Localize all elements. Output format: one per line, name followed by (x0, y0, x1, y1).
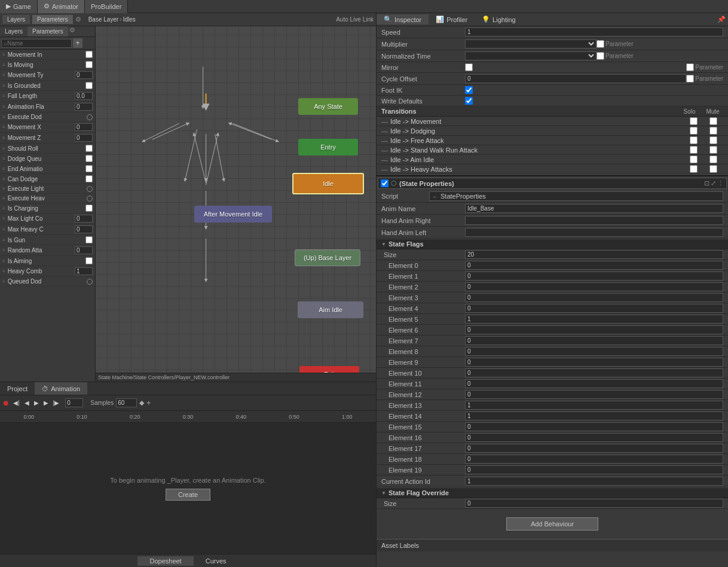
param-drag-handle-6[interactable]: ≡ (2, 114, 5, 120)
tab-game[interactable]: ▶ Game (0, 0, 38, 13)
element-input-5[interactable] (465, 315, 723, 324)
transition-row-4[interactable]: —Idle -> Aim Idle (377, 155, 728, 164)
tab-lighting[interactable]: 💡 Lighting (475, 14, 523, 25)
param-checkbox-10[interactable] (85, 155, 93, 162)
element-input-8[interactable] (465, 347, 723, 356)
param-drag-handle-1[interactable]: ≡ (2, 62, 5, 68)
param-drag-handle-19[interactable]: ≡ (2, 248, 5, 253)
param-trigger-22[interactable] (87, 279, 93, 285)
transition-solo-1[interactable] (690, 127, 698, 135)
tab-layers-side[interactable]: Layers (0, 26, 27, 36)
element-input-13[interactable] (465, 401, 723, 410)
param-checkbox-1[interactable] (85, 61, 93, 68)
state-flag-override-size-input[interactable] (465, 499, 723, 508)
param-drag-handle-4[interactable]: ≡ (2, 93, 5, 99)
transition-solo-0[interactable] (690, 117, 698, 125)
param-input-19[interactable] (75, 246, 93, 254)
transition-mute-2[interactable] (709, 136, 717, 144)
node-up-base[interactable]: (Up) Base Layer (295, 249, 360, 266)
param-drag-handle-3[interactable]: ≡ (2, 83, 5, 89)
param-checkbox-9[interactable] (85, 145, 93, 152)
param-drag-handle-9[interactable]: ≡ (2, 146, 5, 151)
param-input-7[interactable] (75, 123, 93, 131)
transition-row-2[interactable]: —Idle -> Free Attack (377, 136, 728, 145)
write-defaults-checkbox[interactable] (465, 97, 473, 105)
add-param-button[interactable]: + (73, 38, 82, 48)
element-input-11[interactable] (465, 379, 723, 388)
state-flags-header[interactable]: ▼ State Flags (377, 239, 728, 249)
param-drag-handle-17[interactable]: ≡ (2, 227, 5, 232)
param-input-4[interactable] (75, 92, 93, 100)
cycle-offset-input[interactable] (465, 74, 686, 83)
tab-parameters-side[interactable]: Parameters (27, 26, 68, 36)
param-drag-handle-0[interactable]: ≡ (2, 52, 5, 57)
tab-inspector[interactable]: 🔍 Inspector (377, 14, 429, 25)
state-flags-size-input[interactable] (465, 250, 723, 259)
mirror-param-checkbox[interactable] (686, 63, 694, 71)
param-drag-handle-20[interactable]: ≡ (2, 258, 5, 264)
param-drag-handle-11[interactable]: ≡ (2, 166, 5, 172)
element-input-1[interactable] (465, 272, 723, 281)
settings-side-icon[interactable]: ⚙ (69, 26, 75, 36)
diamond-icon[interactable]: ◆ (139, 399, 144, 407)
param-drag-handle-7[interactable]: ≡ (2, 124, 5, 130)
param-drag-handle-13[interactable]: ≡ (2, 186, 5, 191)
param-input-21[interactable] (75, 267, 93, 275)
param-drag-handle-14[interactable]: ≡ (2, 196, 5, 201)
pin-icon[interactable]: 📌 (717, 16, 726, 23)
param-drag-handle-16[interactable]: ≡ (2, 216, 5, 221)
tab-layers[interactable]: Layers (2, 15, 30, 24)
hand-anim-right-input[interactable] (465, 216, 723, 225)
element-input-14[interactable] (465, 411, 723, 420)
tab-animator[interactable]: ⚙ Animator (38, 0, 85, 13)
expand-icon[interactable]: ⤢ (711, 179, 716, 187)
element-input-17[interactable] (465, 444, 723, 453)
prev-keyframe-button[interactable]: ◀| (12, 400, 21, 406)
node-entry[interactable]: Entry (298, 139, 358, 156)
param-checkbox-18[interactable] (85, 236, 93, 243)
param-checkbox-0[interactable] (85, 51, 93, 58)
element-input-16[interactable] (465, 433, 723, 442)
param-checkbox-3[interactable] (85, 82, 93, 89)
speed-input[interactable] (465, 28, 723, 36)
copy-component-icon[interactable]: ⊡ (704, 179, 709, 187)
param-checkbox-15[interactable] (85, 205, 93, 212)
next-keyframe-button[interactable]: |▶ (52, 400, 61, 406)
transition-mute-4[interactable] (709, 156, 717, 163)
param-input-8[interactable] (75, 134, 93, 142)
param-trigger-14[interactable] (87, 196, 93, 202)
auto-live-link[interactable]: Auto Live Link (336, 16, 374, 23)
menu-icon[interactable]: ⋮ (717, 179, 724, 187)
node-aim-idle[interactable]: Aim Idle (298, 301, 363, 318)
param-drag-handle-22[interactable]: ≡ (2, 279, 5, 284)
param-drag-handle-2[interactable]: ≡ (2, 72, 5, 78)
element-input-7[interactable] (465, 336, 723, 345)
element-input-19[interactable] (465, 465, 723, 474)
param-trigger-13[interactable] (87, 186, 93, 192)
next-frame-button[interactable]: ▶ (42, 400, 50, 406)
node-idle[interactable]: Idle (292, 173, 364, 194)
tab-parameters[interactable]: Parameters (32, 15, 73, 24)
transition-row-1[interactable]: —Idle -> Dodging (377, 126, 728, 136)
element-input-9[interactable] (465, 358, 723, 367)
breadcrumb-base[interactable]: Base Layer (88, 16, 119, 23)
tab-dopesheet[interactable]: Dopesheet (137, 556, 193, 566)
element-input-0[interactable] (465, 261, 723, 270)
param-drag-handle-10[interactable]: ≡ (2, 156, 5, 161)
param-input-16[interactable] (75, 215, 93, 222)
param-checkbox-12[interactable] (85, 175, 93, 182)
normalized-time-param-checkbox[interactable] (597, 52, 604, 60)
params-search-input[interactable] (1, 39, 72, 48)
mirror-checkbox[interactable] (465, 63, 473, 71)
node-after-movement[interactable]: After Movement Idle (194, 206, 272, 222)
param-drag-handle-21[interactable]: ≡ (2, 269, 5, 274)
play-button[interactable]: ▶ (33, 400, 40, 406)
current-action-id-input[interactable] (465, 477, 723, 486)
hand-anim-left-input[interactable] (465, 228, 723, 237)
foot-ik-checkbox[interactable] (465, 86, 473, 94)
tab-curves[interactable]: Curves (194, 556, 238, 566)
anim-name-input[interactable] (465, 204, 723, 213)
add-behaviour-button[interactable]: Add Behaviour (506, 517, 598, 531)
state-props-enable-checkbox[interactable] (381, 179, 389, 187)
param-input-17[interactable] (75, 225, 93, 233)
